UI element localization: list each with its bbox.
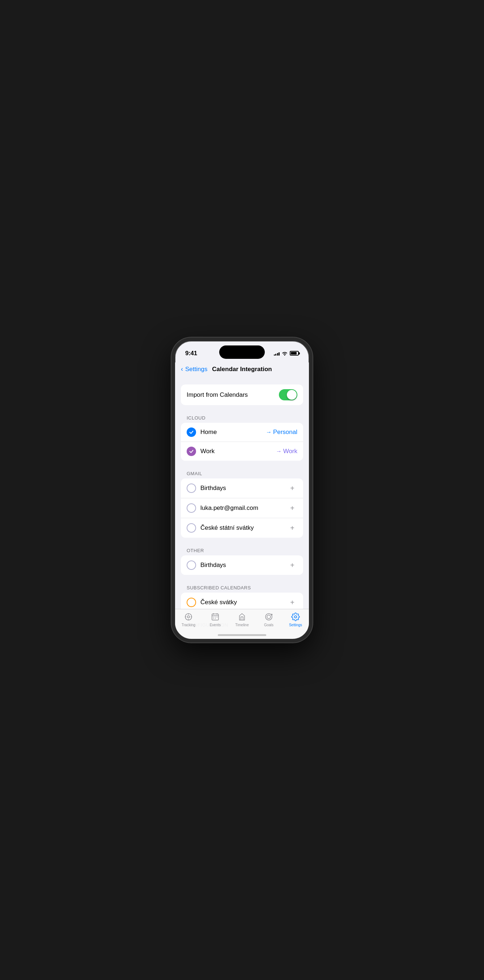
tab-timeline[interactable]: Timeline [228,612,256,627]
tab-tracking[interactable]: Tracking [175,612,202,627]
subscribed-section-header: SUBSCRIBED CALENDARS [175,582,309,593]
icloud-work-arrow: → Work [276,448,297,455]
gmail-czech-holidays-add-button[interactable]: + [287,523,297,533]
gmail-birthdays-label: Birthdays [200,485,287,492]
subscribed-czech-add-button[interactable]: + [287,597,297,608]
other-birthdays-circle [187,560,196,570]
other-birthdays-label: Birthdays [200,562,287,569]
icloud-work-row[interactable]: Work → Work [181,442,303,461]
phone-frame: 9:41 ‹ Settings Calendar Integration [171,337,313,643]
subscribed-czech-label: České svátky [200,599,287,606]
icloud-card: Home → Personal Work → Work [181,423,303,461]
tab-events[interactable]: Events [202,612,228,627]
back-chevron-icon: ‹ [181,365,183,373]
tracking-icon [184,612,193,622]
home-check-icon [187,428,196,437]
import-toggle-switch[interactable] [279,389,297,400]
timeline-label: Timeline [235,623,249,627]
main-content: Import from Calendars ICLOUD Home → [175,377,309,631]
svg-point-21 [294,616,297,618]
work-check-icon [187,447,196,456]
gmail-birthdays-add-button[interactable]: + [287,483,297,493]
tab-settings[interactable]: Settings [282,612,309,627]
timeline-icon [237,612,247,622]
status-time: 9:41 [185,350,197,357]
import-toggle-card: Import from Calendars [181,385,303,405]
toggle-knob [287,390,297,400]
wifi-icon [282,351,288,356]
back-label: Settings [185,366,207,373]
settings-label: Settings [289,623,302,627]
events-label: Events [210,623,221,627]
icloud-work-label: Work [200,448,276,455]
gmail-email-row[interactable]: luka.petr@gmail.com + [181,498,303,518]
other-birthdays-add-button[interactable]: + [287,560,297,570]
gmail-email-add-button[interactable]: + [287,503,297,513]
signal-icon [274,351,280,356]
svg-point-17 [267,615,271,619]
goals-label: Goals [264,623,273,627]
gmail-email-circle [187,503,196,513]
settings-icon [291,612,300,622]
gmail-card: Birthdays + luka.petr@gmail.com + České … [181,479,303,538]
import-toggle-row: Import from Calendars [181,385,303,405]
gmail-section-header: GMAIL [175,468,309,479]
icloud-home-arrow: → Personal [266,429,297,436]
other-section-header: OTHER [175,545,309,555]
gmail-birthdays-circle [187,484,196,493]
tab-goals[interactable]: Goals [256,612,282,627]
back-button[interactable]: ‹ Settings [181,365,207,373]
events-icon [211,612,220,622]
battery-icon [290,351,299,356]
icloud-section-header: ICLOUD [175,412,309,423]
icloud-work-target: Work [283,448,297,455]
icloud-home-label: Home [200,429,266,436]
gmail-birthdays-row[interactable]: Birthdays + [181,479,303,498]
icloud-home-row[interactable]: Home → Personal [181,423,303,442]
other-card: Birthdays + [181,555,303,575]
tracking-label: Tracking [182,623,195,627]
gmail-email-label: luka.petr@gmail.com [200,504,287,512]
subscribed-czech-circle [187,598,196,607]
icloud-home-target: Personal [273,429,297,436]
dynamic-island [219,345,265,359]
import-toggle-label: Import from Calendars [187,391,279,399]
svg-point-1 [187,616,190,618]
nav-bar: ‹ Settings Calendar Integration [175,363,309,377]
gmail-czech-holidays-circle [187,523,196,533]
page-title: Calendar Integration [212,366,272,373]
gmail-czech-holidays-row[interactable]: České státní svátky + [181,518,303,538]
gmail-czech-holidays-label: České státní svátky [200,524,287,531]
home-indicator [218,634,266,636]
status-icons [274,351,299,356]
other-birthdays-row[interactable]: Birthdays + [181,555,303,575]
goals-icon [264,612,273,622]
